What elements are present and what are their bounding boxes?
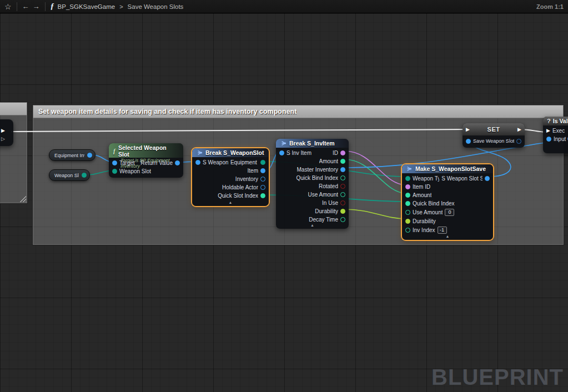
toolbar: ☆ ← → ƒ BP_SGKSaveGame > Save Weapon Slo… <box>0 0 568 13</box>
collapsed-exec-node[interactable]: ▶ ▷ <box>0 119 13 146</box>
comment-header[interactable] <box>0 102 27 115</box>
output-pin-in-use[interactable] <box>340 200 345 205</box>
input-pin-input-object[interactable] <box>546 137 551 142</box>
pin-label: Master Inventory <box>297 167 338 173</box>
output-pin-return-value[interactable] <box>175 160 180 165</box>
pin-label: Inv Index <box>413 227 435 233</box>
node-header: ▶ SET ▶ <box>463 123 525 135</box>
node-title: SET <box>487 126 500 133</box>
collapse-arrow-icon[interactable]: ▲ <box>402 234 493 239</box>
node-selected-weapon-slot[interactable]: ƒ Selected Weapon Slot Target is BP Equi… <box>109 143 183 178</box>
pin-label: Amount <box>413 192 431 198</box>
output-pin-durability[interactable] <box>340 209 345 214</box>
output-pin-quick-bind-index[interactable] <box>340 175 345 180</box>
node-title: Make S_WeaponSlotSave <box>415 165 486 172</box>
pin-label: Item <box>248 168 258 174</box>
output-pin-amount[interactable] <box>340 159 345 164</box>
output-value-pin[interactable] <box>516 139 521 144</box>
input-pin-inv-index[interactable] <box>405 228 410 233</box>
pin-label: Quick Bind Index <box>413 200 455 207</box>
pin-label: Equipment Type <box>230 159 258 165</box>
forward-arrow-icon[interactable]: → <box>33 3 40 10</box>
pin-label: Save Weapon Slot L <box>473 138 514 144</box>
variable-label: Equipment Inventory <box>54 153 84 158</box>
pin-label: Weapon Slot <box>119 168 151 174</box>
comment-header[interactable]: Set weapon item details for saving and c… <box>33 105 564 118</box>
breadcrumb-graph-name[interactable]: Save Weapon Slots <box>128 3 184 10</box>
exec-pin[interactable]: ▶ <box>1 128 5 133</box>
output-pin-id[interactable] <box>340 150 345 155</box>
input-pin-durability[interactable] <box>405 219 410 224</box>
node-break-s-weaponslot[interactable]: Break S_WeaponSlot S Weapon Slot Equipme… <box>192 148 269 206</box>
input-pin-save-weapon-slot-l[interactable] <box>466 139 471 144</box>
output-pin[interactable] <box>82 173 87 178</box>
make-struct-icon <box>406 165 413 172</box>
node-header: Make S_WeaponSlotSave <box>402 164 493 173</box>
pin-label: Quick Bind Index <box>296 175 338 181</box>
output-pin-s-weapon-slot-save[interactable] <box>485 176 490 181</box>
break-struct-icon <box>280 140 286 147</box>
node-title: Break S_InvItem <box>289 140 335 147</box>
inv-index-value-input[interactable]: -1 <box>438 227 447 234</box>
node-header: Break S_InvItem <box>276 139 349 148</box>
back-arrow-icon[interactable]: ← <box>22 3 29 10</box>
question-mark-icon: ? <box>547 118 551 124</box>
breadcrumb-chevron-icon: > <box>119 3 123 10</box>
variable-getter-weapon-slot-l[interactable]: Weapon Slot L <box>49 169 90 181</box>
input-pin-use-amount[interactable] <box>405 210 410 215</box>
input-pin-item-id[interactable] <box>405 184 410 189</box>
function-icon: ƒ <box>51 2 54 11</box>
exec-out-pin[interactable]: ▶ <box>517 127 521 132</box>
comment-title: Set weapon item details for saving and c… <box>38 108 296 115</box>
output-pin-decay-time[interactable] <box>340 217 345 222</box>
output-pin-use-amount[interactable] <box>340 192 345 197</box>
variable-getter-equipment-inventory[interactable]: Equipment Inventory <box>49 149 95 161</box>
output-pin[interactable] <box>87 153 92 158</box>
function-icon: ƒ <box>113 147 116 155</box>
favorite-star-icon[interactable]: ☆ <box>4 3 12 11</box>
toolbar-divider <box>45 2 46 11</box>
pin-label: Exec <box>552 128 565 134</box>
exec-in-pin[interactable]: ▶ <box>546 128 550 133</box>
pin-label: Target <box>119 160 135 166</box>
pin-label: Holdable Actor <box>222 184 258 190</box>
collapse-arrow-icon[interactable]: ▲ <box>276 223 349 228</box>
exec-in-pin[interactable]: ▶ <box>466 127 470 132</box>
toolbar-divider <box>17 2 17 11</box>
zoom-level-label: Zoom 1:1 <box>536 3 564 10</box>
collapse-arrow-icon[interactable]: ▲ <box>192 200 269 205</box>
input-pin-weapon-type[interactable] <box>405 176 410 181</box>
output-pin-item[interactable] <box>260 168 265 173</box>
input-pin-s-weapon-slot[interactable] <box>195 160 200 165</box>
exec-pin[interactable]: ▷ <box>1 137 5 142</box>
node-break-s-invitem[interactable]: Break S_InvItem S Inv Item ID Amount Mas… <box>276 139 349 229</box>
output-pin-holdable-actor[interactable] <box>260 185 265 190</box>
output-pin-quick-slot-index[interactable] <box>260 193 265 198</box>
breadcrumb-blueprint-name[interactable]: BP_SGKSaveGame <box>58 3 115 10</box>
output-pin-master-inventory[interactable] <box>340 167 345 172</box>
input-pin-amount[interactable] <box>405 193 410 198</box>
output-pin-rotated[interactable] <box>340 184 345 189</box>
pin-label: Amount <box>319 158 338 164</box>
node-make-s-weaponslotsave[interactable]: Make S_WeaponSlotSave Weapon Type S Weap… <box>402 164 493 240</box>
input-pin-quick-bind-index[interactable] <box>405 201 410 206</box>
pin-label: Rotated <box>319 183 338 189</box>
node-set-save-weapon-slot-l[interactable]: ▶ SET ▶ Save Weapon Slot L <box>463 123 525 148</box>
output-pin-equipment-type[interactable] <box>260 160 265 165</box>
break-struct-icon <box>196 149 203 156</box>
pin-label: Durability <box>315 208 338 214</box>
comment-body <box>0 102 27 203</box>
blueprint-watermark: BLUEPRINT <box>431 365 564 390</box>
node-header: Break S_WeaponSlot <box>192 148 269 157</box>
pin-label: S Weapon Slot <box>203 159 228 165</box>
use-amount-value-input[interactable]: 0 <box>445 209 454 216</box>
pin-label: Return Value <box>140 160 173 166</box>
input-pin-weapon-slot[interactable] <box>112 169 117 174</box>
input-pin-s-inv-item[interactable] <box>279 150 284 155</box>
input-pin-target[interactable] <box>112 160 117 165</box>
pin-label: S Weapon Slot Save <box>441 175 482 182</box>
pin-label: Item ID <box>413 184 430 190</box>
node-is-valid[interactable]: ? Is Valid ▶ Exec Input Object <box>543 117 568 153</box>
blueprint-graph-canvas[interactable]: Set weapon item details for saving and c… <box>0 13 568 392</box>
output-pin-inventory[interactable] <box>260 177 265 182</box>
